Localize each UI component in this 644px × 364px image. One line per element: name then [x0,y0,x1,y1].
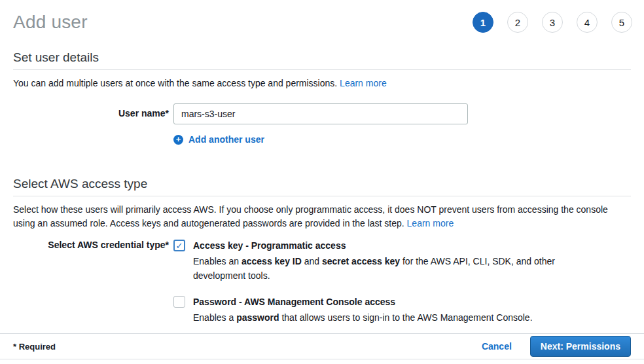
access-key-option-text: Access key - Programmatic access Enables… [193,239,558,283]
section-divider [13,69,631,70]
desc-bold: access key ID [241,256,302,266]
access-type-section: Select AWS access type Select how these … [0,177,644,325]
add-user-wizard-page: Add user 1 2 3 4 5 Set user details You … [0,0,644,364]
page-title: Add user [13,12,88,33]
desc-text: and [302,256,322,266]
next-permissions-button[interactable]: Next: Permissions [530,336,631,357]
password-option-text: Password - AWS Management Console access… [193,295,533,325]
access-type-intro: Select how these users will primarily ac… [13,203,631,230]
desc-text: Enables an [193,256,241,266]
password-checkbox[interactable]: ✓ [173,296,185,308]
add-another-user-label[interactable]: Add another user [188,134,264,145]
desc-bold: password [236,312,279,323]
username-input[interactable] [173,103,468,124]
add-another-user-button[interactable]: + Add another user [173,134,631,145]
user-details-section: Set user details You can add multiple us… [0,50,644,145]
password-option-title: Password - AWS Management Console access [193,295,533,308]
username-label: User name* [13,103,169,118]
credential-type-label: Select AWS credential type* [13,239,169,250]
wizard-footer: * Required Cancel Next: Permissions [0,333,644,359]
access-key-option-title: Access key - Programmatic access [193,239,558,252]
user-details-intro-text: You can add multiple users at once with … [13,78,340,88]
add-plus-icon: + [173,135,183,145]
user-details-heading: Set user details [13,50,631,65]
desc-bold: secret access key [322,256,400,266]
password-option-desc: Enables a password that allows users to … [193,310,533,325]
option-password: ✓ Password - AWS Management Console acce… [173,295,558,325]
access-type-learn-more-link[interactable]: Learn more [407,218,454,228]
user-details-intro: You can add multiple users at once with … [13,77,631,90]
username-row: User name* [13,103,631,124]
access-type-heading: Select AWS access type [13,177,631,191]
wizard-step-2[interactable]: 2 [507,12,528,33]
wizard-step-1[interactable]: 1 [473,12,493,33]
credential-type-row: Select AWS credential type* ✓ Access key… [13,239,631,325]
access-key-checkbox[interactable]: ✓ [173,240,185,251]
desc-text: that allows users to sign-in to the AWS … [279,312,533,323]
wizard-step-4[interactable]: 4 [577,12,598,33]
credential-options: ✓ Access key - Programmatic access Enabl… [173,239,558,325]
access-key-option-desc: Enables an access key ID and secret acce… [193,254,558,283]
cancel-button[interactable]: Cancel [482,341,512,352]
section-divider [13,196,631,196]
required-note: * Required [13,342,56,352]
wizard-step-3[interactable]: 3 [542,12,563,33]
option-access-key: ✓ Access key - Programmatic access Enabl… [173,239,558,283]
access-type-intro-text: Select how these users will primarily ac… [13,204,608,228]
wizard-step-5[interactable]: 5 [611,12,632,33]
wizard-step-indicator: 1 2 3 4 5 [473,12,632,33]
user-details-learn-more-link[interactable]: Learn more [340,78,387,88]
page-header: Add user 1 2 3 4 5 [0,0,644,33]
desc-text: Enables a [193,312,236,323]
